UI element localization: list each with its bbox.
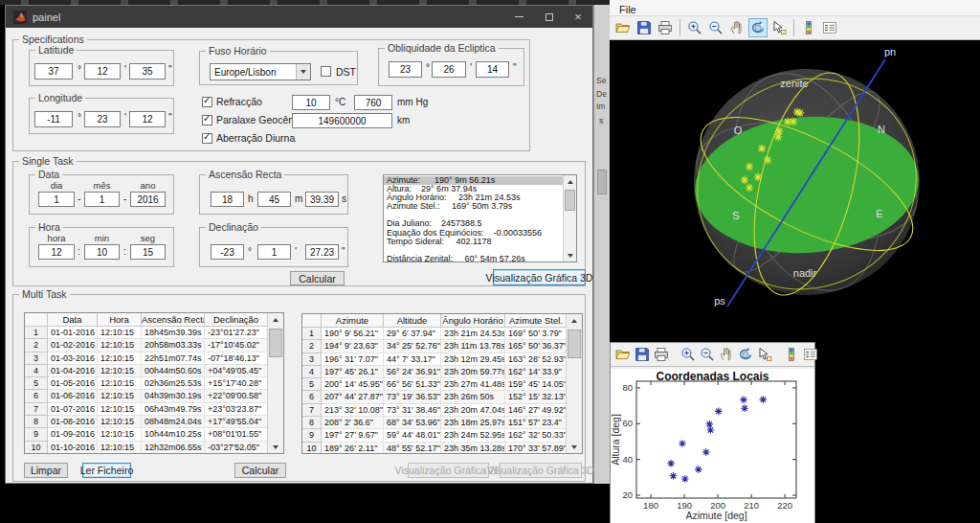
table-cell[interactable]: 190° 9' 56.21" [322,328,384,340]
table-cell[interactable]: 22h51m07.74s [142,352,205,365]
table-cell[interactable]: +08°01'01.55" [205,428,267,441]
latitude-min-field[interactable]: 12 [84,63,121,80]
table-cell[interactable]: 12:10:15 [98,377,142,390]
table-cell[interactable]: 12:10:15 [98,428,142,441]
table-cell[interactable]: 169° 50' 3.79" [505,328,566,340]
table-cell[interactable]: 12:10:15 [98,442,142,453]
result-line[interactable]: Distância Zenital: 60° 54m 57.26s [384,255,563,262]
table-cell[interactable]: 01-01-2016 [48,327,98,339]
aberracao-checkbox[interactable]: ✓ [202,133,212,144]
table-cell[interactable]: 08h48m24.04s [142,416,205,428]
scroll-down-icon[interactable] [564,249,576,262]
table-cell[interactable]: 163° 28' 52.93" [505,353,566,366]
distance-field[interactable]: 149600000 [292,113,392,128]
close-button[interactable]: × [566,6,590,28]
scroll-up-icon[interactable] [564,175,576,188]
latitude-deg-field[interactable]: 37 [34,63,73,80]
table-cell[interactable]: 197° 45' 26.1" [322,366,384,378]
table-cell[interactable]: 01-07-2016 [48,403,98,416]
rotate-3d-icon[interactable] [748,18,768,37]
table-cell[interactable]: 208° 2' 36.6" [322,417,384,429]
table-cell[interactable]: 10h44m10.25s [142,428,205,441]
dec-min-field[interactable]: 1 [257,244,291,260]
painel-titlebar[interactable]: painel × [6,6,592,28]
table-cell[interactable]: 23h 27m 41.48s [441,378,505,391]
timezone-dropdown[interactable]: Europe/Lisbon [210,63,311,80]
calcular-single-button[interactable]: Calcular [290,271,345,285]
table-cell[interactable]: 23h 11m 13.78s [441,340,505,352]
table-cell[interactable]: 01-02-2016 [48,339,98,352]
longitude-min-field[interactable]: 23 [84,111,121,127]
legend-icon[interactable] [802,345,819,364]
table-cell[interactable]: 12:10:15 [98,327,142,339]
table-cell[interactable]: 151° 57' 23.4" [505,417,566,429]
table-cell[interactable]: 04h39m30.19s [142,390,205,402]
vis-3d-single-button[interactable]: Visualização Gráfica 3D [493,269,586,285]
table-cell[interactable]: +04°49'05.45" [205,365,267,377]
local-coordinates-plot[interactable]: Coordenadas Locais 180190200210220204060… [611,369,814,523]
table-cell[interactable]: 12:10:15 [98,416,142,428]
paralaxe-checkbox[interactable]: ✓ [202,115,212,125]
table-cell[interactable]: 159° 45' 14.05" [505,378,566,391]
colorbar-icon[interactable] [783,345,800,364]
zoom-in-icon[interactable] [679,345,697,364]
input-table-scrollbar[interactable] [267,313,283,453]
dec-deg-field[interactable]: -23 [211,244,244,260]
hora-field[interactable]: 12 [38,244,75,260]
table-cell[interactable]: 165° 50' 36.37" [505,340,566,352]
legend-icon[interactable] [820,18,839,37]
scroll-up-icon[interactable] [268,313,283,326]
table-cell[interactable]: 02h36m25.53s [142,377,205,390]
table-cell[interactable]: 12:10:15 [98,352,142,365]
maximize-button[interactable] [537,6,562,28]
table-cell[interactable]: 01-09-2016 [48,428,98,441]
table-cell[interactable]: +22°09'00.58" [205,390,267,402]
scrollbar-thumb[interactable] [565,190,575,211]
table-cell[interactable]: 01-03-2016 [48,352,98,365]
colorbar-icon[interactable] [799,18,818,37]
table-cell[interactable]: 56° 24' 36.91" [384,366,441,378]
table-cell[interactable]: 73° 19' 36.53" [384,391,441,403]
table-cell[interactable]: 162° 32' 50.33" [505,429,566,442]
temperature-field[interactable]: 10 [292,95,330,110]
output-table[interactable]: AzimuteAltitudeÂngulo HorárioAzimute Ste… [301,313,583,454]
ra-m-field[interactable]: 45 [257,192,291,207]
table-cell[interactable]: 23h 21m 24.53s [441,328,505,340]
file-menu[interactable]: File [619,2,636,17]
dropdown-arrow-icon[interactable] [296,64,310,80]
table-cell[interactable]: 12:10:15 [98,365,142,377]
table-cell[interactable]: 06h43m49.79s [142,403,205,416]
table-cell[interactable]: +15°17'40.28" [205,377,267,390]
zoom-out-icon[interactable] [706,18,725,37]
output-table-scrollbar[interactable] [566,314,582,453]
table-cell[interactable]: +17°49'55.04" [205,416,267,428]
print-icon[interactable] [653,345,670,364]
table-cell[interactable]: 23h 12m 29.45s [441,353,505,366]
table-cell[interactable]: -23°01'27.23" [205,327,267,339]
table-cell[interactable]: 194° 9' 23.63" [322,340,384,352]
table-cell[interactable]: 01-06-2016 [48,390,98,402]
table-cell[interactable]: 44° 7' 33.17" [384,353,441,366]
table-cell[interactable]: 196° 31' 7.07" [322,353,384,366]
table-cell[interactable]: 34° 25' 52.76" [384,340,441,352]
table-cell[interactable]: +23°03'23.87" [205,403,267,416]
scrollbar-thumb[interactable] [269,329,282,357]
data-cursor-icon[interactable] [769,18,789,37]
obliquidade-sec-field[interactable]: 14 [476,61,509,78]
result-line[interactable]: Azimute Stel.: 169° 50m 3.79s [384,202,563,211]
table-cell[interactable]: 23h 24m 52.95s [441,429,505,442]
dia-field[interactable]: 1 [38,192,75,207]
scrollbar-thumb[interactable] [568,330,581,358]
open-icon[interactable] [613,18,633,37]
mes-field[interactable]: 1 [84,192,120,207]
table-cell[interactable]: 12:10:15 [98,390,142,402]
refraccao-checkbox[interactable]: ✓ [202,97,212,107]
results-listbox[interactable]: Azimute: 190° 9m 56.21sAltura: 29° 6m 37… [383,174,577,262]
table-cell[interactable]: 23h 20m 47.04s [441,404,505,417]
longitude-deg-field[interactable]: -11 [34,111,73,127]
table-cell[interactable]: 146° 27' 49.92" [505,404,566,417]
table-cell[interactable]: 68° 34' 53.96" [384,417,441,429]
table-cell[interactable]: 73° 31' 38.46" [384,404,441,417]
table-cell[interactable]: 59° 44' 48.01" [384,429,441,442]
zoom-out-icon[interactable] [699,345,716,364]
